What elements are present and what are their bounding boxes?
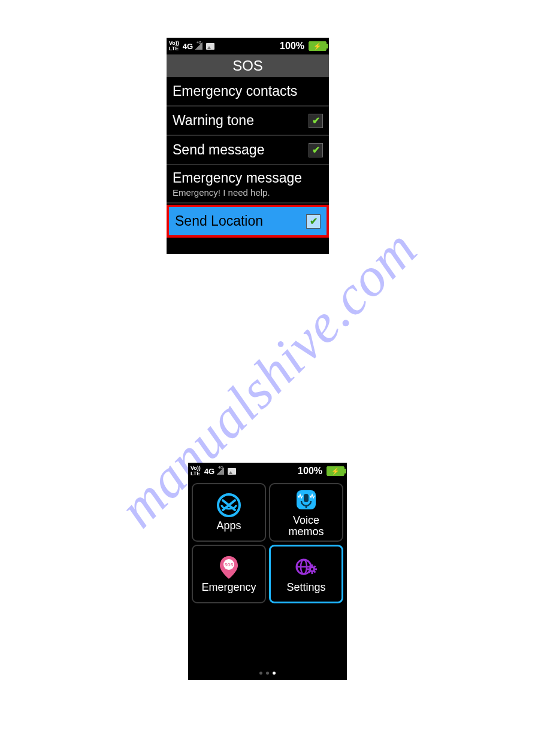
status-bar: Vo)) LTE 4G 100% ⚡ bbox=[167, 38, 329, 54]
svg-rect-2 bbox=[304, 494, 309, 502]
app-tile-apps[interactable]: Apps bbox=[192, 483, 266, 542]
app-tile-emergency[interactable]: SOS Emergency bbox=[192, 545, 266, 603]
battery-icon: ⚡ bbox=[327, 466, 344, 476]
checkbox-send-message[interactable] bbox=[309, 143, 323, 157]
list-item-send-location[interactable]: Send Location bbox=[169, 207, 327, 235]
item-label: Emergency message bbox=[173, 170, 323, 186]
app-tile-voice-memos[interactable]: Voice memos bbox=[269, 483, 343, 542]
page-indicator bbox=[188, 667, 347, 680]
app-label: Emergency bbox=[201, 582, 256, 593]
pager-dot bbox=[259, 672, 262, 675]
pager-dot-active bbox=[273, 672, 276, 675]
status-bar: Vo)) LTE 4G 100% ⚡ bbox=[188, 463, 347, 479]
battery-percent: 100% bbox=[298, 466, 322, 476]
document-page: manualshive.com Vo)) LTE 4G 100% ⚡ SOS E… bbox=[0, 0, 535, 756]
app-label: Apps bbox=[216, 520, 241, 532]
battery-percent: 100% bbox=[280, 41, 304, 51]
emergency-icon: SOS bbox=[216, 554, 242, 580]
volte-bottom: LTE bbox=[191, 471, 201, 476]
item-subtext: Emergency! I need help. bbox=[173, 187, 323, 198]
app-label: Voice memos bbox=[288, 515, 324, 538]
checkbox-send-location[interactable] bbox=[306, 214, 321, 229]
item-label: Warning tone bbox=[173, 113, 309, 129]
signal-icon bbox=[217, 467, 224, 475]
item-label: Send message bbox=[173, 142, 309, 158]
voice-memos-icon bbox=[293, 487, 319, 513]
svg-text:SOS: SOS bbox=[225, 563, 234, 567]
checkbox-warning-tone[interactable] bbox=[309, 114, 323, 128]
list-item-send-message[interactable]: Send message bbox=[167, 136, 329, 165]
phone-screenshot-sos: Vo)) LTE 4G 100% ⚡ SOS Emergency contact… bbox=[167, 38, 329, 254]
phone-screenshot-menu: Vo)) LTE 4G 100% ⚡ Apps bbox=[188, 463, 347, 680]
settings-icon bbox=[293, 554, 319, 580]
list-item-emergency-contacts[interactable]: Emergency contacts bbox=[167, 77, 329, 107]
network-label: 4G bbox=[183, 42, 193, 51]
list-item-warning-tone[interactable]: Warning tone bbox=[167, 107, 329, 136]
app-grid: Apps Voice memos bbox=[188, 479, 347, 607]
network-label: 4G bbox=[204, 467, 214, 476]
apps-icon bbox=[216, 492, 242, 518]
page-title: SOS bbox=[167, 54, 329, 77]
volte-bottom: LTE bbox=[169, 46, 179, 51]
pager-dot bbox=[266, 672, 269, 675]
volte-indicator: Vo)) LTE bbox=[191, 466, 201, 476]
item-label: Send Location bbox=[175, 213, 306, 229]
app-tile-settings[interactable]: Settings bbox=[269, 545, 343, 603]
battery-icon: ⚡ bbox=[309, 41, 327, 51]
item-label: Emergency contacts bbox=[173, 83, 323, 99]
picture-icon bbox=[228, 468, 236, 475]
volte-indicator: Vo)) LTE bbox=[169, 41, 179, 51]
list-item-emergency-message[interactable]: Emergency message Emergency! I need help… bbox=[167, 165, 329, 204]
svg-point-14 bbox=[311, 568, 313, 570]
app-label: Settings bbox=[286, 582, 325, 593]
highlight-box: Send Location bbox=[167, 205, 329, 238]
picture-icon bbox=[206, 43, 214, 50]
signal-icon bbox=[195, 42, 202, 50]
